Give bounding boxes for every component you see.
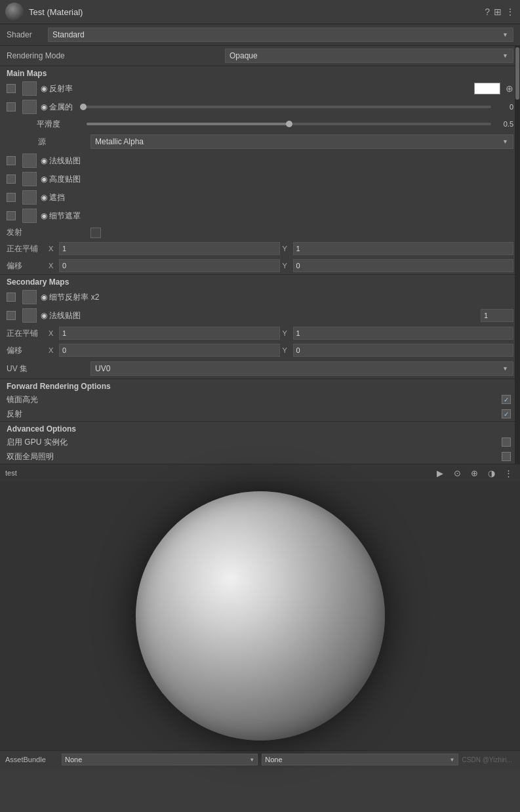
play-icon[interactable]: ▶ [433,466,447,479]
sec-normal-texture[interactable] [22,308,37,323]
sec-tiling-x-label: X [49,329,56,337]
uv-set-row: UV 集 UV0 [0,359,520,378]
sec-offset-row: 偏移 X Y [0,342,520,359]
pick-icon[interactable]: ⊕ [506,83,513,94]
preview-area [0,481,520,750]
shader-select[interactable]: Standard [48,28,513,42]
main-offset-y[interactable] [293,259,514,272]
sec-tiling-x[interactable] [59,327,280,340]
color-icon[interactable]: ⊕ [468,466,481,479]
asset-bundle-select[interactable]: None [62,754,258,765]
albedo-checkbox[interactable] [7,84,16,93]
rendering-mode-label: Rendering Mode [7,51,85,60]
metallic-row: ◉ 金属的 0 [0,98,520,116]
sec-tiling-y[interactable] [293,327,514,340]
source-row: 源 Metallic Alpha [0,132,520,152]
occlusion-label: ◉ 遮挡 [41,192,65,203]
sec-normal-checkbox[interactable] [7,311,16,320]
double-sided-row: 双面全局照明 [0,449,520,464]
sec-tiling-fields: X Y [49,327,513,340]
normal-map-texture[interactable] [22,153,37,168]
emission-label: 发射 [7,227,85,238]
metallic-checkbox[interactable] [7,102,16,112]
sec-offset-label: 偏移 [7,345,46,356]
specular-checkbox[interactable] [502,395,511,404]
normal-map-row: ◉ 法线贴图 [0,152,520,170]
detail-albedo-checkbox[interactable] [7,293,16,302]
height-map-texture[interactable] [22,172,37,186]
main-tiling-y[interactable] [293,242,514,255]
metallic-texture[interactable] [22,100,37,114]
detail-albedo-texture[interactable] [22,290,37,304]
detail-mask-checkbox[interactable] [7,211,16,220]
tiling-x-label: X [49,245,56,253]
detail-albedo-row: ◉ 细节反射率 x2 [0,288,520,306]
sec-tiling-label: 正在平铺 [7,328,46,339]
occlusion-texture[interactable] [22,190,37,205]
albedo-color-swatch[interactable] [474,83,500,94]
smoothness-value: 0.5 [495,120,513,128]
title-bar: Test (Material) ? ⊞ ⋮ [0,0,520,24]
rendering-mode-select-wrapper: Opaque [225,49,513,63]
sec-tiling-y-label: Y [283,329,290,337]
more-icon[interactable]: ⋮ [502,466,515,479]
albedo-label: ◉ 反射率 [41,83,73,94]
uv-set-select[interactable]: UV0 [90,361,513,376]
height-map-checkbox[interactable] [7,174,16,184]
source-select[interactable]: Metallic Alpha [90,134,513,149]
reflections-label: 反射 [7,409,22,420]
help-icon[interactable]: ? [485,7,490,17]
gpu-instancing-checkbox[interactable] [502,437,511,447]
source-label: 源 [7,136,85,148]
asset-bundle-variant-select[interactable]: None [262,754,458,765]
detail-mask-texture[interactable] [22,209,37,223]
menu-icon[interactable]: ⋮ [506,7,515,17]
smoothness-slider-track[interactable] [87,123,491,125]
panel-scrollbar[interactable] [515,46,520,464]
offset-x-label: X [49,262,56,270]
main-offset-row: 偏移 X Y [0,257,520,274]
main-offset-fields: X Y [49,259,513,272]
shader-row: Shader Standard [0,24,520,46]
sec-offset-y-label: Y [283,346,290,354]
albedo-row: ◉ 反射率 ⊕ [0,79,520,98]
secondary-maps-header: Secondary Maps [0,275,520,288]
normal-map-checkbox[interactable] [7,156,16,165]
lighting-icon[interactable]: ◑ [485,466,498,479]
main-tiling-x[interactable] [59,242,280,255]
sec-offset-x[interactable] [59,344,280,357]
smoothness-slider-thumb[interactable] [286,121,292,127]
reflections-checkbox[interactable] [502,409,511,418]
metallic-slider-track[interactable] [83,106,491,108]
advanced-options-header: Advanced Options [0,422,520,435]
secondary-normal-row: ◉ 法线贴图 [0,306,520,325]
sec-offset-y[interactable] [293,344,514,357]
double-sided-checkbox[interactable] [502,452,511,461]
double-sided-label: 双面全局照明 [7,451,54,462]
height-map-row: ◉ 高度贴图 [0,170,520,188]
rendering-mode-select[interactable]: Opaque [225,49,513,63]
scrollbar-thumb[interactable] [515,47,519,100]
sec-normal-label: ◉ 法线贴图 [41,310,81,321]
sec-normal-value[interactable] [481,309,513,322]
occlusion-checkbox[interactable] [7,193,16,202]
smoothness-slider-fill [87,123,289,125]
main-tiling-fields: X Y [49,242,513,255]
watermark-text: CSDN @Yizhiri... [462,756,515,763]
main-offset-x[interactable] [59,259,280,272]
detail-mask-row: ◉ 细节遮罩 [0,207,520,225]
asset-bundle-label: AssetBundle [5,756,58,763]
layout-icon[interactable]: ⊞ [494,7,502,17]
emission-checkbox[interactable] [90,228,101,238]
shader-label: Shader [7,30,43,39]
rendering-mode-row: Rendering Mode Opaque [0,46,520,66]
metallic-slider-thumb[interactable] [80,104,87,110]
sphere-icon[interactable]: ⊙ [450,466,464,479]
albedo-texture[interactable] [22,81,37,96]
main-offset-label: 偏移 [7,260,46,272]
uv-set-label: UV 集 [7,363,85,375]
sec-tiling-row: 正在平铺 X Y [0,325,520,342]
normal-map-label: ◉ 法线贴图 [41,155,81,167]
smoothness-label: 平滑度 [37,119,76,130]
metallic-label: ◉ 金属的 [41,102,73,113]
